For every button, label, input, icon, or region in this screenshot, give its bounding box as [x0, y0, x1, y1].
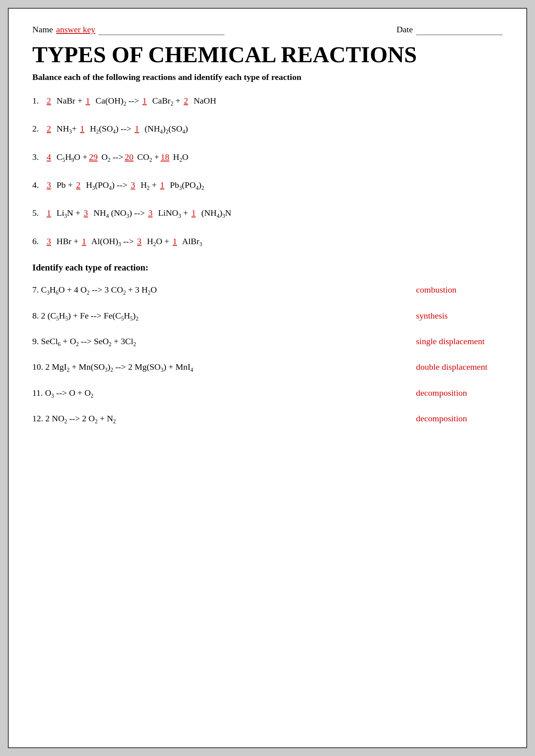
- ip9-eq: 9. SeCl6 + O2 --> SeO2 + 3Cl2: [32, 336, 400, 348]
- p6-eq4: AlBr3: [180, 235, 202, 248]
- p3-coeff2: 29: [89, 150, 98, 163]
- p4-eq4: Pb3(PO4)2: [168, 178, 204, 192]
- p5-eq3: LiNO3 +: [156, 206, 188, 220]
- p1-coeff3: 1: [141, 94, 149, 107]
- p6-coeff4: 1: [171, 235, 179, 248]
- page: Name answer key Date TYPES OF CHEMICAL R…: [8, 8, 527, 748]
- p3-coeff1: 4: [45, 150, 53, 163]
- p3-coeff3: 20: [125, 150, 134, 163]
- identify-problem-11: 11. O3 --> O + O2 decomposition: [32, 388, 503, 399]
- identify-header: Identify each type of reaction:: [32, 263, 503, 273]
- p2-eq3: (NH4)2(SO4): [142, 122, 188, 136]
- name-section: Name answer key: [32, 24, 225, 35]
- p3-eq4: H2O: [171, 150, 188, 164]
- ip10-type: double displacement: [400, 362, 503, 372]
- p3-coeff4: 18: [161, 150, 169, 163]
- p2-coeff3: 1: [133, 122, 141, 135]
- p1-eq1: NaBr +: [54, 94, 82, 107]
- ip10-number: 10. 2 MgI2 + Mn(SO3)2 --> 2 Mg(SO3) + Mn…: [32, 362, 193, 372]
- p5-coeff4: 1: [189, 206, 197, 219]
- identify-problem-8: 8. 2 (C5H5) + Fe --> Fe(C5H5)2 synthesis: [32, 311, 503, 322]
- ip8-eq: 8. 2 (C5H5) + Fe --> Fe(C5H5)2: [32, 311, 400, 322]
- p4-eq1: Pb +: [54, 178, 73, 191]
- p4-coeff4: 1: [158, 178, 166, 191]
- name-label: Name: [32, 24, 53, 35]
- ip9-type: single displacement: [400, 336, 503, 346]
- problem-6-number: 6.: [32, 235, 43, 248]
- p2-eq2: H2(SO4) -->: [88, 122, 132, 136]
- p2-coeff2: 1: [78, 122, 86, 135]
- p5-eq2: NH4 (NO3) -->: [91, 206, 145, 220]
- identify-problem-9: 9. SeCl6 + O2 --> SeO2 + 3Cl2 single dis…: [32, 336, 503, 348]
- problem-2: 2. 2 NH3+ 1 H2(SO4) --> 1 (NH4)2(SO4): [32, 122, 503, 136]
- p1-coeff4: 2: [182, 94, 190, 107]
- problem-1-number: 1.: [32, 94, 43, 107]
- identify-problem-12: 12. 2 NO2 --> 2 O2 + N2 decomposition: [32, 413, 503, 425]
- ip9-number: 9. SeCl6 + O2 --> SeO2 + 3Cl2: [32, 336, 136, 346]
- ip7-type: combustion: [400, 285, 503, 295]
- ip8-number: 8. 2 (C5H5) + Fe --> Fe(C5H5)2: [32, 311, 138, 321]
- p1-eq4: NaOH: [191, 94, 216, 107]
- p4-coeff3: 3: [129, 178, 137, 191]
- ip11-eq: 11. O3 --> O + O2: [32, 388, 400, 399]
- answer-key: answer key: [56, 24, 96, 35]
- p6-coeff3: 3: [136, 235, 143, 248]
- p4-eq3: H2 +: [138, 178, 156, 192]
- problem-3: 3. 4 C5H9O + 29 O2 --> 20 CO2 + 18 H2O: [32, 150, 503, 164]
- problem-5-number: 5.: [32, 206, 43, 219]
- problem-3-number: 3.: [32, 150, 43, 163]
- ip10-eq: 10. 2 MgI2 + Mn(SO3)2 --> 2 Mg(SO3) + Mn…: [32, 362, 400, 373]
- problem-4: 4. 3 Pb + 2 H3(PO4) --> 3 H2 + 1 Pb3(PO4…: [32, 178, 503, 192]
- p5-coeff2: 3: [82, 206, 90, 219]
- subtitle: Balance each of the following reactions …: [32, 72, 503, 82]
- problem-5: 5. 1 Li3N + 3 NH4 (NO3) --> 3 LiNO3 + 1 …: [32, 206, 503, 220]
- p6-eq3: H2O +: [145, 235, 169, 248]
- ip8-type: synthesis: [400, 311, 503, 321]
- p2-coeff1: 2: [45, 122, 53, 135]
- ip7-eq: 7. C3H6O + 4 O2 --> 3 CO2 + 3 H2O: [32, 285, 400, 296]
- p4-coeff1: 3: [45, 178, 53, 191]
- ip11-number: 11. O3 --> O + O2: [32, 388, 93, 398]
- problem-6: 6. 3 HBr + 1 Al(OH)3 --> 3 H2O + 1 AlBr3: [32, 235, 503, 248]
- problem-1: 1. 2 NaBr + 1 Ca(OH)2 --> 1 CaBr2 + 2 Na…: [32, 94, 503, 108]
- p2-eq1: NH3+: [54, 122, 77, 136]
- p5-eq1: Li3N +: [54, 206, 80, 220]
- name-line: [98, 24, 225, 35]
- problem-2-number: 2.: [32, 122, 43, 135]
- p4-coeff2: 2: [74, 178, 82, 191]
- date-label: Date: [396, 24, 413, 35]
- p6-eq1: HBr +: [54, 235, 78, 248]
- main-title: TYPES OF CHEMICAL REACTIONS: [32, 42, 503, 67]
- problem-4-number: 4.: [32, 178, 43, 191]
- p5-coeff3: 3: [147, 206, 154, 219]
- p1-coeff1: 2: [45, 94, 53, 107]
- date-section: Date: [396, 24, 503, 35]
- ip12-eq: 12. 2 NO2 --> 2 O2 + N2: [32, 413, 400, 425]
- p1-eq2: Ca(OH)2 -->: [93, 94, 139, 108]
- p5-eq4: (NH4)3N: [199, 206, 231, 220]
- p1-coeff2: 1: [84, 94, 92, 107]
- p6-coeff1: 3: [45, 235, 53, 248]
- ip12-number: 12. 2 NO2 --> 2 O2 + N2: [32, 413, 116, 423]
- date-line: [416, 24, 503, 35]
- p3-eq3: CO2 +: [135, 150, 159, 164]
- p3-eq1: C5H9O +: [54, 150, 87, 164]
- p6-coeff2: 1: [80, 235, 88, 248]
- identify-problem-10: 10. 2 MgI2 + Mn(SO3)2 --> 2 Mg(SO3) + Mn…: [32, 362, 503, 373]
- p6-eq2: Al(OH)3 -->: [89, 235, 134, 248]
- p1-eq3: CaBr2 +: [150, 94, 180, 108]
- ip11-type: decomposition: [400, 388, 503, 398]
- header-row: Name answer key Date: [32, 24, 503, 35]
- p3-eq2: O2 -->: [99, 150, 123, 164]
- ip7-number: 7. C3H6O + 4 O2 --> 3 CO2 + 3 H2O: [32, 285, 157, 295]
- p4-eq2: H3(PO4) -->: [84, 178, 128, 192]
- ip12-type: decomposition: [400, 413, 503, 424]
- identify-problem-7: 7. C3H6O + 4 O2 --> 3 CO2 + 3 H2O combus…: [32, 285, 503, 296]
- p5-coeff1: 1: [45, 206, 53, 219]
